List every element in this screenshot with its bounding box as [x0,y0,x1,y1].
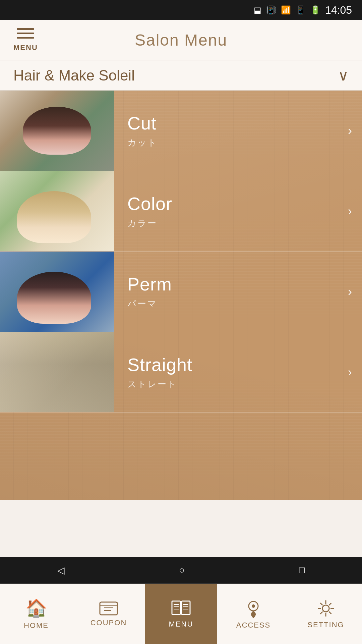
hamburger-menu-button[interactable]: MENU [13,28,38,52]
color-image [0,171,114,251]
cut-photo [0,91,114,171]
setting-gear-icon [316,599,335,618]
nav-item-home[interactable]: 🏠 HOME [0,584,72,644]
menu-item-perm[interactable]: Perm パーマ › [0,252,362,332]
color-photo [0,171,114,251]
perm-content: Perm パーマ › [114,252,362,332]
color-arrow-icon: › [348,204,352,218]
access-location-icon [245,599,261,618]
cut-content: Cut カット › [114,91,362,171]
menu-item-color[interactable]: Color カラー › [0,171,362,252]
status-icons: ⬓ 📳 📶 📱 🔋 14:05 [254,4,352,16]
perm-photo [0,252,114,332]
coupon-icon [99,601,118,616]
straight-photo [0,332,114,412]
android-home-button[interactable]: ○ [179,565,185,576]
straight-title-ja: ストレート [127,378,349,390]
straight-title-en: Straight [127,354,349,375]
color-title-ja: カラー [127,217,349,229]
svg-point-15 [322,605,329,612]
cut-title-en: Cut [127,113,349,133]
nav-item-coupon[interactable]: COUPON [72,584,145,644]
menu-book-icon [171,600,191,617]
nav-item-access[interactable]: ACCESS [217,584,290,644]
vibrate-icon: 📳 [266,5,276,15]
straight-arrow-icon: › [348,365,352,379]
svg-rect-5 [182,601,190,614]
color-title-en: Color [127,193,349,214]
svg-line-23 [320,611,323,614]
status-bar: ⬓ 📳 📶 📱 🔋 14:05 [0,0,362,20]
cut-arrow-icon: › [348,124,352,138]
wifi-icon: 📶 [281,5,291,15]
salon-selector[interactable]: Hair & Make Soleil ∨ [0,60,362,91]
android-nav-bar: ◁ ○ □ [0,557,362,584]
cut-image [0,91,114,171]
svg-line-21 [329,611,331,614]
cut-title-ja: カット [127,137,349,149]
perm-image [0,252,114,332]
nav-item-menu[interactable]: MENU [145,584,217,644]
menu-item-cut[interactable]: Cut カット › [0,91,362,171]
header: MENU Salon Menu [0,20,362,60]
menu-item-straight[interactable]: Straight ストレート › [0,332,362,413]
svg-line-20 [320,603,323,605]
android-back-button[interactable]: ◁ [57,565,65,576]
sim-icon: 📱 [296,5,306,15]
bluetooth-icon: ⬓ [254,5,261,15]
svg-line-22 [329,603,331,605]
salon-name: Hair & Make Soleil [13,67,135,84]
home-icon: 🏠 [25,598,47,619]
straight-image [0,332,114,412]
home-label: HOME [24,621,49,630]
straight-content: Straight ストレート › [114,332,362,412]
menu-bar-1 [17,28,34,30]
coupon-label: COUPON [90,619,127,627]
perm-title-ja: パーマ [127,298,349,310]
battery-icon: 🔋 [310,5,320,15]
chevron-down-icon: ∨ [338,67,349,84]
menu-button-label: MENU [13,43,38,52]
color-content: Color カラー › [114,171,362,251]
svg-point-14 [252,604,255,608]
page-title: Salon Menu [135,31,227,49]
menu-bar-2 [17,33,34,34]
nav-item-setting[interactable]: SETTING [290,584,362,644]
svg-rect-4 [172,601,180,614]
svg-rect-0 [100,602,117,615]
menu-label: MENU [169,620,193,629]
access-label: ACCESS [236,621,270,630]
menu-bar-3 [17,37,34,39]
setting-label: SETTING [307,621,344,629]
android-recent-button[interactable]: □ [299,565,305,576]
status-time: 14:05 [325,4,352,16]
bottom-nav: 🏠 HOME COUPON MENU [0,584,362,644]
main-content: Cut カット › Color カラー › Perm パーマ › St [0,91,362,500]
perm-title-en: Perm [127,274,349,294]
perm-arrow-icon: › [348,285,352,299]
